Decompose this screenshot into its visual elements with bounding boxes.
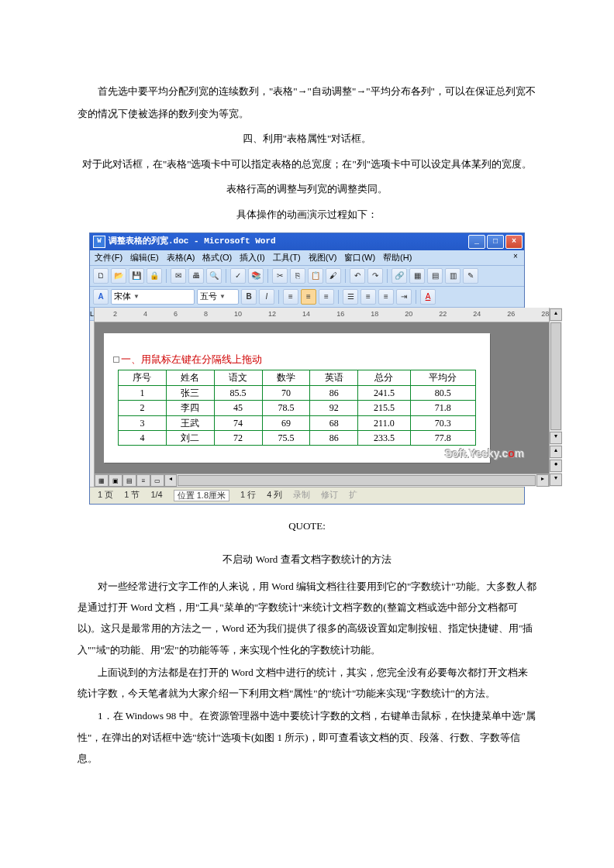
perm-button[interactable]: 🔒 <box>147 268 162 284</box>
status-page: 1 页 <box>98 490 113 501</box>
table-button[interactable]: ▦ <box>409 268 425 284</box>
table-row[interactable]: 1张三85.57086241.580.5 <box>119 385 476 400</box>
undo-button[interactable]: ↶ <box>350 268 365 284</box>
next-page-button[interactable]: ▾ <box>550 474 562 486</box>
status-extend: 扩 <box>349 490 357 501</box>
word-icon: W <box>93 236 105 248</box>
cut-button[interactable]: ✂ <box>272 268 288 284</box>
prev-page-button[interactable]: ▴ <box>550 446 562 458</box>
new-button[interactable]: 🗋 <box>93 268 109 284</box>
table-row[interactable]: 3王武746968211.070.3 <box>119 415 476 430</box>
ruler-mark: 28 <box>541 310 549 319</box>
menu-table[interactable]: 表格(A) <box>167 253 195 263</box>
table-row[interactable]: 2李四4578.592215.571.8 <box>119 401 476 415</box>
minimize-button[interactable]: _ <box>468 235 485 249</box>
linespacing-button[interactable]: ☰ <box>343 289 358 305</box>
reading-view-button[interactable]: ▭ <box>150 474 164 487</box>
horizontal-scrollbar[interactable]: ▦ ▣ ▤ ≡ ▭ ◂ ▸ <box>95 474 549 487</box>
article-p1: 对一些经常进行文字工作的人来说，用 Word 编辑文档往往要用到它的"字数统计"… <box>78 576 536 660</box>
status-record: 录制 <box>293 490 310 501</box>
menu-file[interactable]: 文件(F) <box>95 253 122 263</box>
print-view-button[interactable]: ▤ <box>122 474 136 487</box>
preview-button[interactable]: 🔍 <box>206 268 222 284</box>
vscroll-thumb[interactable] <box>550 322 561 431</box>
menu-help[interactable]: 帮助(H) <box>383 253 412 263</box>
intro-p2: 对于此对话框，在"表格"选项卡中可以指定表格的总宽度；在"列"选项卡中可以设定具… <box>78 153 536 176</box>
article-p2: 上面说到的方法都是在打开的 Word 文档中进行的统计，其实，您完全没有必要每次… <box>78 662 536 704</box>
table-cell: 李四 <box>166 401 214 415</box>
data-table[interactable]: 序号姓名语文数学英语总分平均分 1张三85.57086241.580.52李四4… <box>118 370 476 446</box>
browse-object-button[interactable]: ● <box>550 460 562 472</box>
status-revise: 修订 <box>321 490 338 501</box>
outline-view-button[interactable]: ≡ <box>136 474 150 487</box>
table-cell: 85.5 <box>214 385 262 400</box>
separator <box>226 269 226 283</box>
bold-button[interactable]: B <box>241 289 257 305</box>
close-button[interactable]: × <box>505 235 523 249</box>
ruler-mark: 22 <box>439 310 447 319</box>
spell-button[interactable]: ✓ <box>230 268 246 284</box>
table-cell: 3 <box>119 415 167 430</box>
align-right-button[interactable]: ≡ <box>319 289 334 305</box>
hscroll-thumb[interactable] <box>178 475 536 486</box>
separator <box>278 290 279 304</box>
link-button[interactable]: 🔗 <box>392 268 407 284</box>
separator <box>267 269 268 283</box>
status-section: 1 节 <box>124 490 140 501</box>
web-view-button[interactable]: ▣ <box>109 474 122 487</box>
menu-insert[interactable]: 插入(I) <box>240 253 264 263</box>
table-row[interactable]: 4刘二7275.586233.577.8 <box>119 430 476 445</box>
italic-button[interactable]: I <box>259 289 274 305</box>
font-size-select[interactable]: 五号▼ <box>197 289 239 305</box>
menu-view[interactable]: 视图(V) <box>309 253 337 263</box>
copy-button[interactable]: ⎘ <box>290 268 305 284</box>
align-left-button[interactable]: ≡ <box>283 289 298 305</box>
align-center-button[interactable]: ≡ <box>301 289 316 305</box>
scroll-left-button[interactable]: ◂ <box>164 474 177 487</box>
font-name-select[interactable]: 宋体▼ <box>111 289 195 305</box>
columns-button[interactable]: ▥ <box>445 268 461 284</box>
menu-bar: 文件(F) 编辑(E) 表格(A) 格式(O) 插入(I) 工具(T) 视图(V… <box>90 250 524 266</box>
save-button[interactable]: 💾 <box>129 268 144 284</box>
redo-button[interactable]: ↷ <box>367 268 383 284</box>
styles-button[interactable]: A <box>93 289 109 305</box>
table-cell: 86 <box>310 430 358 445</box>
research-button[interactable]: 📚 <box>248 268 264 284</box>
horizontal-ruler[interactable]: 2 4 6 8 10 12 14 16 18 20 22 24 26 28 <box>95 308 549 322</box>
open-button[interactable]: 📂 <box>111 268 126 284</box>
intro-p4: 具体操作的动画演示过程如下： <box>78 204 536 226</box>
font-color-button[interactable]: A <box>420 289 436 305</box>
table-cell: 241.5 <box>358 385 410 400</box>
numbering-button[interactable]: ≡ <box>360 289 376 305</box>
titlebar[interactable]: W 调整表格的列宽.doc - Microsoft Word _ □ × <box>90 233 524 250</box>
maximize-button[interactable]: □ <box>487 235 504 249</box>
indent-button[interactable]: ⇥ <box>396 289 412 305</box>
mail-button[interactable]: ✉ <box>171 268 186 284</box>
document-page[interactable]: 一、用鼠标左键在分隔线上拖动 序号姓名语文数学英语总分平均分 1张三85.570… <box>104 333 490 463</box>
formatting-toolbar: A 宋体▼ 五号▼ B I ≡ ≡ ≡ ☰ ≡ ≡ ⇥ A <box>90 287 524 308</box>
drawing-button[interactable]: ✎ <box>463 268 478 284</box>
separator <box>416 290 416 304</box>
table-cell: 70 <box>262 385 310 400</box>
normal-view-button[interactable]: ▦ <box>95 474 109 487</box>
table-cell: 75.5 <box>262 430 310 445</box>
table-cell: 80.5 <box>410 385 475 400</box>
table-header: 英语 <box>310 370 358 385</box>
menu-tools[interactable]: 工具(T) <box>273 253 301 263</box>
menu-edit[interactable]: 编辑(E) <box>130 253 159 263</box>
excel-button[interactable]: ▤ <box>427 268 443 284</box>
table-cell: 215.5 <box>358 401 410 415</box>
table-header: 总分 <box>358 370 410 385</box>
bullets-button[interactable]: ≡ <box>378 289 394 305</box>
menu-window[interactable]: 窗口(W) <box>344 253 375 263</box>
doc-close-icon[interactable]: × <box>510 252 521 263</box>
fmtpaint-button[interactable]: 🖌 <box>326 268 341 284</box>
vertical-scrollbar[interactable]: ▴ ▾ ▴ ● ▾ <box>549 308 562 487</box>
scroll-right-button[interactable]: ▸ <box>536 474 549 487</box>
article-p3: 1．在 Windows 98 中。在资源管理器中选中要统计字数的文档，右键单击鼠… <box>78 705 536 769</box>
scroll-down-button[interactable]: ▾ <box>550 432 562 444</box>
paste-button[interactable]: 📋 <box>308 268 323 284</box>
print-button[interactable]: 🖶 <box>188 268 204 284</box>
menu-format[interactable]: 格式(O) <box>202 253 232 263</box>
scroll-up-button[interactable]: ▴ <box>550 308 562 321</box>
